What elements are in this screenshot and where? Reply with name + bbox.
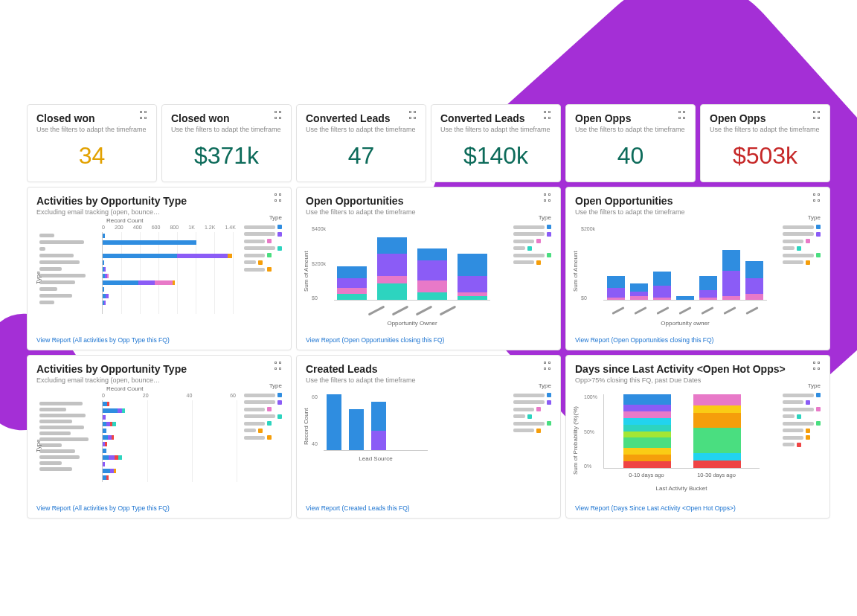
- y-axis-categories: [39, 234, 86, 304]
- legend-title: Type: [269, 382, 282, 389]
- kpi-value: $140k: [440, 142, 551, 170]
- axis-title: Record Count: [106, 217, 143, 224]
- y-axis-ticks: 100%50%0%: [584, 394, 597, 469]
- chart-open-opportunities-1: Open Opportunities Use the filters to ad…: [296, 187, 561, 350]
- chart-days-since-last-activity: Days since Last Activity <Open Hot Opps>…: [565, 355, 830, 519]
- kpi-card-closed-won-count: Closed won Use the filters to adapt the …: [27, 104, 157, 182]
- expand-icon[interactable]: [813, 193, 822, 202]
- y-axis-label: Record Count: [303, 408, 309, 445]
- view-report-link[interactable]: View Report (All activities by Opp Type …: [36, 504, 170, 512]
- kpi-value: $371k: [171, 142, 282, 170]
- chart-legend: [513, 225, 551, 265]
- kpi-subtitle: Use the filters to adapt the timeframe: [36, 126, 147, 133]
- chart-created-leads: Created Leads Use the filters to adapt t…: [296, 355, 561, 519]
- expand-icon[interactable]: [813, 362, 822, 370]
- chart-title: Created Leads: [306, 363, 551, 375]
- x-axis-categories: [603, 309, 767, 312]
- chart-plot: [324, 391, 428, 451]
- kpi-subtitle: Use the filters to adapt the timeframe: [306, 126, 417, 133]
- legend-title: Type: [269, 214, 282, 221]
- chart-subtitle: Excluding email tracking (open, bounce…: [36, 208, 282, 216]
- kpi-card-converted-leads-amount: Converted Leads Use the filters to adapt…: [431, 104, 561, 182]
- chart-subtitle: Opp>75% closing this FQ, past Due Dates: [575, 376, 821, 384]
- chart-legend: [783, 225, 821, 265]
- chart-plot: [603, 394, 760, 469]
- chart-title: Days since Last Activity <Open Hot Opps>: [575, 363, 821, 375]
- kpi-value: $503k: [710, 142, 821, 170]
- expand-icon[interactable]: [275, 362, 283, 370]
- x-axis-ticks: 0200 400600 8001K 1.2K1.4K: [102, 225, 236, 230]
- x-axis-ticks: 020 4060: [102, 393, 236, 398]
- expand-icon[interactable]: [544, 362, 553, 370]
- kpi-card-open-opps-amount: Open Opps Use the filters to adapt the t…: [700, 104, 830, 182]
- kpi-subtitle: Use the filters to adapt the timeframe: [440, 126, 551, 133]
- chart-plot: 0200 400600 8001K 1.2K1.4K: [102, 225, 236, 314]
- kpi-value: 34: [36, 142, 147, 170]
- view-report-link[interactable]: View Report (Open Opportunities closing …: [306, 336, 444, 344]
- axis-title: Record Count: [106, 385, 143, 392]
- y-axis-label: Type: [35, 440, 42, 452]
- chart-open-opportunities-2: Open Opportunities Use the filters to ad…: [565, 187, 830, 350]
- expand-icon[interactable]: [275, 111, 283, 120]
- chart-title: Activities by Opportunity Type: [36, 363, 282, 375]
- x-axis-label: Opportunity Owner: [334, 320, 490, 327]
- x-axis-label: Opportunity owner: [603, 320, 767, 327]
- view-report-link[interactable]: View Report (All activities by Opp Type …: [36, 336, 170, 344]
- chart-activities-by-opp-type-small: Activities by Opportunity Type Excluding…: [27, 355, 292, 519]
- x-axis-label: Last Activity Bucket: [603, 485, 760, 492]
- x-axis-label: Lead Source: [324, 455, 428, 462]
- legend-title: Type: [539, 382, 551, 389]
- chart-activities-by-opp-type: Activities by Opportunity Type Excluding…: [27, 187, 292, 350]
- kpi-title: Open Opps: [710, 112, 821, 124]
- y-axis-label: Sum of Amount: [572, 251, 579, 292]
- kpi-value: 40: [575, 142, 686, 170]
- chart-legend: [244, 225, 282, 272]
- chart-legend: [244, 393, 282, 440]
- chart-subtitle: Excluding email tracking (open, bounce…: [36, 376, 282, 384]
- expand-icon[interactable]: [544, 193, 553, 202]
- y-axis-ticks: $400k$200k$0: [312, 226, 326, 301]
- x-axis-categories: 0-10 days ago 10-30 days ago: [603, 472, 760, 478]
- legend-title: Type: [539, 214, 551, 221]
- kpi-card-converted-leads-count: Converted Leads Use the filters to adapt…: [296, 104, 426, 182]
- kpi-subtitle: Use the filters to adapt the timeframe: [171, 126, 282, 133]
- legend-title: Type: [808, 214, 821, 221]
- dashboard-grid: Closed won Use the filters to adapt the …: [27, 104, 830, 519]
- kpi-title: Converted Leads: [306, 112, 417, 124]
- kpi-card-closed-won-amount: Closed won Use the filters to adapt the …: [161, 104, 292, 182]
- kpi-value: 47: [306, 142, 417, 170]
- kpi-title: Open Opps: [575, 112, 686, 124]
- view-report-link[interactable]: View Report (Days Since Last Activity <O…: [575, 504, 736, 512]
- y-axis-ticks: 6040: [312, 394, 318, 446]
- expand-icon[interactable]: [678, 111, 687, 120]
- chart-legend: [783, 393, 821, 447]
- chart-title: Activities by Opportunity Type: [36, 195, 282, 207]
- legend-title: Type: [808, 382, 821, 389]
- y-axis-categories: [39, 402, 89, 471]
- chart-subtitle: Use the filters to adapt the timeframe: [306, 208, 551, 216]
- kpi-title: Closed won: [36, 112, 147, 124]
- expand-icon[interactable]: [275, 193, 283, 202]
- expand-icon[interactable]: [409, 111, 418, 120]
- expand-icon[interactable]: [140, 111, 149, 120]
- kpi-title: Converted Leads: [440, 112, 551, 124]
- kpi-subtitle: Use the filters to adapt the timeframe: [575, 126, 686, 133]
- kpi-card-open-opps-count: Open Opps Use the filters to adapt the t…: [565, 104, 696, 182]
- y-axis-label: Type: [35, 272, 42, 284]
- chart-subtitle: Use the filters to adapt the timeframe: [575, 208, 821, 216]
- x-axis-categories: [334, 309, 490, 312]
- expand-icon[interactable]: [544, 111, 553, 120]
- y-axis-label: Sum of Probability (%)(%): [572, 406, 579, 475]
- chart-title: Open Opportunities: [575, 195, 821, 207]
- chart-subtitle: Use the filters to adapt the timeframe: [306, 376, 551, 384]
- view-report-link[interactable]: View Report (Open Opportunities closing …: [575, 336, 713, 344]
- chart-plot: 020 4060: [102, 393, 236, 482]
- view-report-link[interactable]: View Report (Created Leads this FQ): [306, 504, 410, 512]
- y-axis-ticks: $200k$0: [581, 226, 595, 301]
- chart-title: Open Opportunities: [306, 195, 551, 207]
- y-axis-label: Sum of Amount: [303, 251, 309, 292]
- kpi-subtitle: Use the filters to adapt the timeframe: [710, 126, 821, 133]
- kpi-title: Closed won: [171, 112, 282, 124]
- expand-icon[interactable]: [813, 111, 822, 120]
- chart-plot: [334, 226, 490, 301]
